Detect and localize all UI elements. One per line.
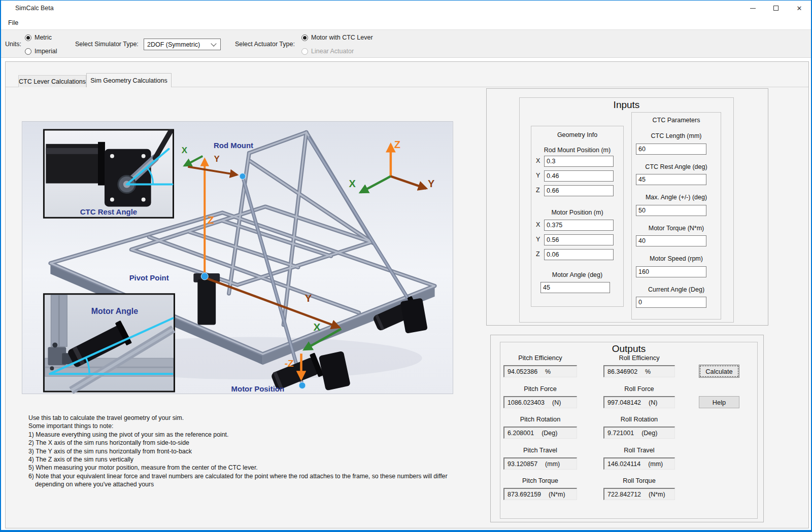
geometry-info-title: Geometry Info bbox=[531, 131, 623, 138]
motor-position-x-field[interactable] bbox=[544, 220, 614, 231]
svg-text:Z: Z bbox=[208, 214, 214, 226]
pitch-force-label: Pitch Force bbox=[503, 385, 577, 393]
simulator-type-value: 2DOF (Symmetric) bbox=[144, 41, 212, 48]
motor-position-y-label: Y bbox=[536, 236, 540, 243]
motor-ctc-radio-label[interactable]: Motor with CTC Lever bbox=[311, 34, 373, 41]
actuator-type-label: Select Actuator Type: bbox=[235, 41, 295, 48]
svg-text:X: X bbox=[349, 178, 356, 189]
ctc-parameters-title: CTC Parameters bbox=[632, 117, 721, 124]
rod-mount-y-label: Y bbox=[536, 172, 540, 179]
roll-rotation-value: 9.721001(Deg) bbox=[603, 427, 675, 439]
tab-sim-geometry-calculations[interactable]: Sim Geometry Calculations bbox=[86, 73, 172, 87]
current-angle-field[interactable] bbox=[636, 297, 706, 308]
motor-torque-field[interactable] bbox=[636, 235, 706, 246]
rod-mount-z-label: Z bbox=[536, 187, 540, 194]
pivot-point-marker bbox=[201, 273, 208, 280]
ctc-rest-angle-input-label: CTC Rest Angle (deg) bbox=[632, 163, 721, 170]
pitch-torque-label: Pitch Torque bbox=[503, 477, 577, 484]
menu-file[interactable]: File bbox=[6, 18, 21, 27]
note-line: 2) The X axis of the sim runs horizontal… bbox=[28, 439, 490, 447]
rod-mount-z-field[interactable] bbox=[544, 185, 614, 196]
ctc-parameters-group: CTC Parameters CTC Length (mm) CTC Rest … bbox=[631, 112, 721, 320]
outputs-title: Outputs bbox=[500, 343, 757, 354]
ctc-length-label: CTC Length (mm) bbox=[632, 132, 721, 139]
help-button[interactable]: Help bbox=[699, 396, 739, 408]
metric-radio[interactable] bbox=[25, 34, 31, 41]
maximize-button[interactable] bbox=[764, 1, 788, 16]
menu-bar: File bbox=[1, 16, 811, 29]
imperial-radio[interactable] bbox=[25, 48, 31, 55]
note-line: Some important things to note: bbox=[28, 422, 490, 430]
linear-actuator-radio-label: Linear Actuator bbox=[311, 48, 354, 55]
motor-angle-inset: Motor Angle bbox=[44, 294, 174, 392]
pitch-efficiency-value: 94.052386% bbox=[503, 365, 577, 377]
close-button[interactable]: ✕ bbox=[788, 1, 811, 16]
rod-mount-y-field[interactable] bbox=[544, 170, 614, 182]
svg-text:Y: Y bbox=[214, 154, 220, 164]
chevron-down-icon bbox=[211, 41, 216, 46]
pitch-force-value: 1086.023403(N) bbox=[503, 396, 577, 408]
max-angle-field[interactable] bbox=[636, 205, 706, 216]
note-line: Use this tab to calculate the travel geo… bbox=[28, 414, 490, 422]
motor-position-y-field[interactable] bbox=[544, 234, 614, 245]
tab-ctc-lever-calculations[interactable]: CTC Lever Calculations bbox=[18, 75, 86, 87]
notes-block: Use this tab to calculate the travel geo… bbox=[28, 414, 490, 489]
motor-angle-field[interactable] bbox=[540, 282, 610, 293]
simulator-type-select[interactable]: 2DOF (Symmetric) bbox=[144, 39, 221, 50]
svg-text:X: X bbox=[182, 146, 188, 155]
pitch-rotation-value: 6.208001(Deg) bbox=[503, 427, 577, 439]
title-bar: SimCalc Beta ✕ bbox=[1, 1, 811, 16]
pivot-point-label: Pivot Point bbox=[129, 273, 169, 282]
ctc-rest-angle-field[interactable] bbox=[636, 174, 706, 185]
roll-rotation-label: Roll Rotation bbox=[603, 415, 675, 423]
motor-position-label: Motor Position (m) bbox=[531, 209, 623, 216]
roll-force-value: 997.048142(N) bbox=[603, 396, 675, 408]
note-line: 6) Note that your equivalent linear forc… bbox=[28, 472, 490, 480]
roll-travel-label: Roll Travel bbox=[603, 446, 675, 454]
motor-position-z-label: Z bbox=[536, 251, 540, 258]
metric-radio-label[interactable]: Metric bbox=[35, 34, 52, 41]
motor-speed-field[interactable] bbox=[636, 266, 706, 277]
motor-ctc-radio[interactable] bbox=[301, 34, 308, 41]
note-line: 5) When measuring your motor position, m… bbox=[28, 464, 490, 472]
roll-efficiency-label: Roll Efficiency bbox=[603, 354, 675, 362]
ctc-rest-angle-label: CTC Rest Angle bbox=[80, 207, 137, 216]
svg-text:X: X bbox=[313, 321, 320, 333]
rod-mount-x-field[interactable] bbox=[544, 156, 614, 167]
ctc-length-field[interactable] bbox=[636, 144, 706, 155]
diagram-svg: X Y Z Y X -Z Z X Y Rod Mount Pivot Point… bbox=[22, 122, 453, 394]
svg-text:-Z: -Z bbox=[285, 358, 294, 369]
calculate-button[interactable]: Calculate bbox=[699, 365, 739, 378]
note-line: 3) The Y axis of the sim runs horizontal… bbox=[28, 447, 490, 455]
note-line: depending on where you've attached yours bbox=[28, 480, 490, 488]
current-angle-label: Current Angle (Deg) bbox=[632, 286, 721, 293]
pitch-torque-value: 873.692159(N*m) bbox=[503, 488, 577, 500]
minimize-button[interactable] bbox=[741, 1, 764, 16]
imperial-radio-label[interactable]: Imperial bbox=[35, 48, 57, 55]
ctc-rest-angle-inset: CTC Rest Angle bbox=[44, 130, 173, 218]
minimize-icon bbox=[750, 8, 756, 9]
note-line: 4) The Z axis of the sim runs vertically bbox=[28, 455, 490, 464]
rod-mount-x-label: X bbox=[536, 157, 540, 164]
app-window: SimCalc Beta ✕ File Units: Metric Imperi… bbox=[0, 0, 812, 532]
motor-position-z-field[interactable] bbox=[544, 249, 614, 260]
pitch-travel-label: Pitch Travel bbox=[503, 446, 577, 454]
motor-position-label: Motor Position bbox=[231, 384, 285, 393]
inputs-group: Inputs Geometry Info Rod Mount Position … bbox=[519, 97, 734, 323]
rod-mount-position-label: Rod Mount Position (m) bbox=[531, 147, 623, 154]
toolbar: Units: Metric Imperial Select Simulator … bbox=[1, 29, 811, 58]
maximize-icon bbox=[773, 6, 779, 11]
main-panel: CTC Lever Calculations Sim Geometry Calc… bbox=[5, 61, 809, 528]
pitch-efficiency-label: Pitch Efficiency bbox=[503, 354, 577, 362]
units-label: Units: bbox=[5, 41, 21, 48]
window-title: SimCalc Beta bbox=[15, 5, 54, 12]
roll-travel-value: 146.024114(mm) bbox=[603, 457, 675, 470]
svg-text:Y: Y bbox=[305, 292, 312, 304]
motor-position-x-label: X bbox=[536, 221, 540, 228]
close-icon: ✕ bbox=[797, 5, 802, 12]
motor-speed-label: Motor Speed (rpm) bbox=[632, 255, 721, 262]
svg-text:Z: Z bbox=[394, 139, 400, 150]
roll-torque-label: Roll Torque bbox=[603, 477, 675, 484]
pitch-travel-value: 93.120857(mm) bbox=[503, 457, 577, 470]
roll-force-label: Roll Force bbox=[603, 385, 675, 393]
